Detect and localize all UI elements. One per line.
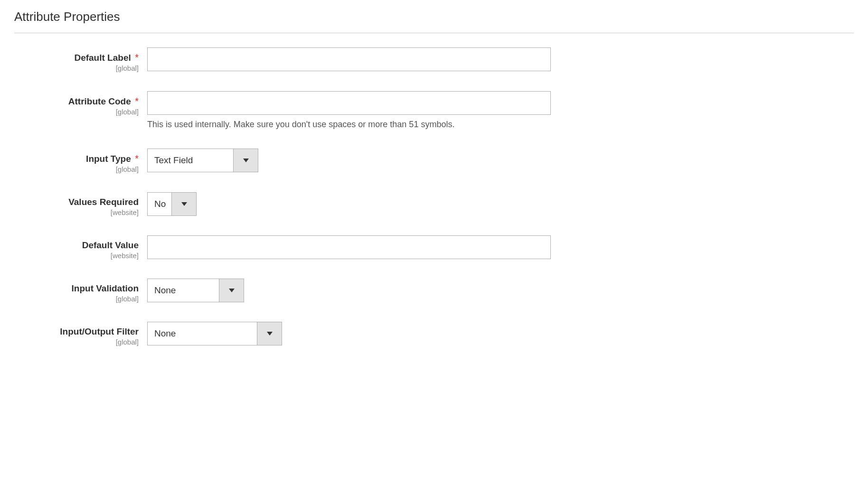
select-value: Text Field [148,149,233,172]
field-default-label: Default Label * [global] [24,47,854,72]
attribute-properties-form: Default Label * [global] Attribute Code … [14,47,854,346]
values-required-select[interactable]: No [147,192,197,216]
scope-text: [website] [24,208,139,216]
label-text: Input/Output Filter [60,326,139,336]
label-text: Attribute Code [68,96,131,106]
field-input-type: Input Type * [global] Text Field [24,149,854,173]
label-attribute-code: Attribute Code * [global] [24,91,147,116]
label-text: Input Validation [72,283,139,293]
chevron-down-icon [171,193,196,215]
label-input-type: Input Type * [global] [24,149,147,173]
default-value-input[interactable] [147,235,551,259]
default-label-input[interactable] [147,47,551,71]
chevron-down-icon [233,149,258,172]
field-default-value: Default Value [website] [24,235,854,260]
scope-text: [website] [24,252,139,260]
field-attribute-code: Attribute Code * [global] This is used i… [24,91,854,130]
io-filter-select[interactable]: None [147,322,282,345]
label-text: Default Value [82,240,139,250]
svg-marker-0 [243,159,249,162]
field-input-validation: Input Validation [global] None [24,279,854,303]
select-value: None [148,322,257,345]
svg-marker-1 [181,202,187,206]
scope-text: [global] [24,295,139,303]
attribute-code-hint: This is used internally. Make sure you d… [147,120,551,130]
required-icon: * [135,153,139,164]
svg-marker-2 [229,289,235,292]
label-text: Default Label [74,53,131,63]
required-icon: * [135,96,139,106]
label-input-validation: Input Validation [global] [24,279,147,303]
select-value: No [148,193,171,215]
label-text: Input Type [86,154,131,164]
scope-text: [global] [24,338,139,346]
label-io-filter: Input/Output Filter [global] [24,322,147,346]
scope-text: [global] [24,64,139,72]
input-type-select[interactable]: Text Field [147,149,258,172]
label-values-required: Values Required [website] [24,192,147,216]
chevron-down-icon [257,322,282,345]
attribute-code-input[interactable] [147,91,551,115]
scope-text: [global] [24,165,139,173]
chevron-down-icon [219,279,244,302]
label-default-label: Default Label * [global] [24,47,147,72]
required-icon: * [135,52,139,63]
label-text: Values Required [68,197,139,207]
field-values-required: Values Required [website] No [24,192,854,216]
svg-marker-3 [267,332,273,336]
field-io-filter: Input/Output Filter [global] None [24,322,854,346]
input-validation-select[interactable]: None [147,279,244,302]
section-title: Attribute Properties [14,9,854,33]
select-value: None [148,279,219,302]
scope-text: [global] [24,108,139,116]
label-default-value: Default Value [website] [24,235,147,260]
